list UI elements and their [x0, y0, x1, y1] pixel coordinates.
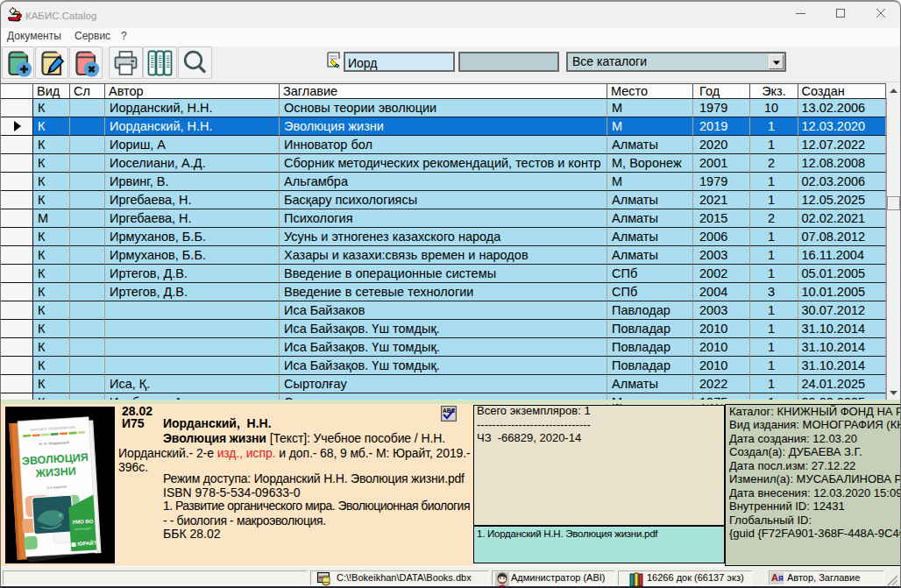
svg-text:ЖИЗНИ: ЖИЗНИ	[34, 465, 76, 480]
